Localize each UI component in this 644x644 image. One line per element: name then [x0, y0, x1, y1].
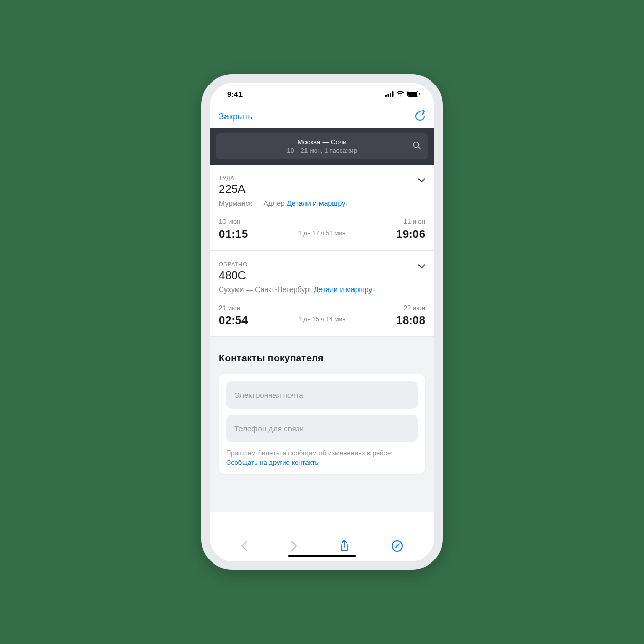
- email-field[interactable]: Электронная почта: [226, 381, 418, 409]
- phone-field[interactable]: Телефон для связи: [226, 415, 418, 442]
- search-route: Москва — Сочи: [223, 138, 421, 146]
- trip-duration: 1 дн 15 ч 14 мин: [298, 316, 346, 323]
- svg-rect-2: [390, 93, 391, 97]
- trip-number: 480С: [219, 269, 248, 282]
- arrival-date: 22 июн: [396, 304, 425, 312]
- phone-screen: 9:41 Закрыть Москва —: [210, 83, 434, 561]
- trip-direction-label: ТУДА: [219, 175, 245, 181]
- section-title: Контакты покупателя: [219, 352, 425, 364]
- status-bar: 9:41: [210, 83, 434, 105]
- contacts-section: Контакты покупателя Электронная почта Те…: [210, 337, 434, 512]
- nav-bar: Закрыть: [210, 105, 434, 128]
- trip-direction-label: ОБРАТНО: [219, 261, 248, 267]
- trip-return[interactable]: ОБРАТНО 480С Сухуми — Санкт-Петербург Де…: [210, 251, 434, 337]
- contacts-form: Электронная почта Телефон для связи Приш…: [219, 374, 425, 474]
- trip-outbound[interactable]: ТУДА 225А Мурманск — Адлер Детали и марш…: [210, 165, 434, 251]
- departure-time: 02:54: [219, 314, 248, 327]
- phone-mockup: 9:41 Закрыть Москва —: [201, 74, 443, 570]
- chevron-down-icon: [418, 175, 425, 184]
- content-area: ТУДА 225А Мурманск — Адлер Детали и марш…: [210, 165, 434, 532]
- status-time: 9:41: [227, 90, 243, 99]
- departure-date: 21 июн: [219, 304, 248, 312]
- svg-rect-5: [408, 92, 417, 96]
- home-indicator[interactable]: [288, 555, 356, 557]
- svg-rect-0: [385, 95, 387, 97]
- wifi-icon: [396, 90, 405, 99]
- trip-route: Мурманск — Адлер Детали и маршрут: [219, 199, 425, 207]
- search-header: Москва — Сочи 10 – 21 июн, 1 пассажир: [210, 128, 434, 165]
- departure-date: 10 июн: [219, 218, 248, 226]
- details-link[interactable]: Детали и маршрут: [314, 285, 376, 294]
- battery-icon: [407, 90, 420, 99]
- form-note: Пришлем билеты и сообщим об изменениях в…: [226, 448, 418, 458]
- trip-route: Сухуми — Санкт-Петербург Детали и маршру…: [219, 285, 425, 294]
- status-indicators: [385, 90, 420, 99]
- close-button[interactable]: Закрыть: [219, 111, 252, 122]
- svg-line-8: [418, 147, 421, 149]
- safari-button[interactable]: [392, 540, 403, 554]
- chevron-down-icon: [418, 261, 425, 270]
- search-box[interactable]: Москва — Сочи 10 – 21 июн, 1 пассажир: [216, 133, 428, 159]
- search-subtitle: 10 – 21 июн, 1 пассажир: [223, 147, 421, 154]
- svg-rect-1: [388, 94, 389, 97]
- arrival-time: 18:08: [396, 314, 425, 327]
- svg-rect-3: [392, 91, 394, 97]
- arrival-date: 11 июн: [396, 218, 425, 226]
- details-link[interactable]: Детали и маршрут: [287, 199, 349, 207]
- svg-rect-6: [419, 93, 420, 95]
- arrival-time: 19:06: [396, 228, 425, 241]
- share-button[interactable]: [340, 540, 349, 554]
- departure-time: 01:15: [219, 228, 248, 241]
- back-button[interactable]: [241, 540, 248, 554]
- forward-button[interactable]: [291, 540, 297, 554]
- signal-icon: [385, 90, 394, 99]
- other-contacts-link[interactable]: Сообщать на другие контакты: [226, 459, 418, 466]
- trip-duration: 1 дн 17 ч 51 мин: [298, 230, 346, 237]
- refresh-button[interactable]: [415, 110, 425, 123]
- search-icon: [413, 141, 421, 152]
- trip-number: 225А: [219, 183, 245, 196]
